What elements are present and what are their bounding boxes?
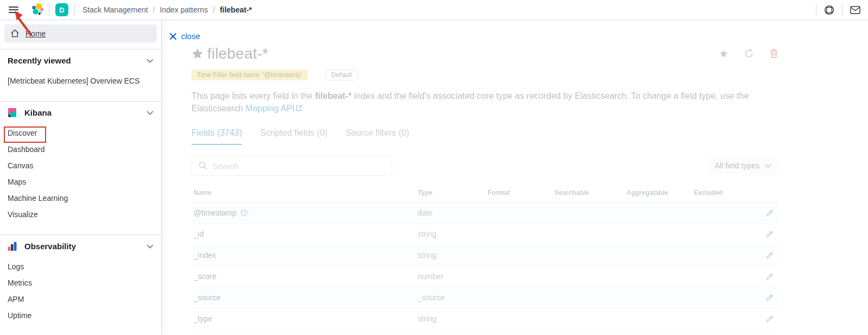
field-type-cell: string	[416, 230, 486, 238]
close-icon	[169, 33, 177, 40]
tab-fields-3743[interactable]: Fields (3743)	[192, 128, 242, 145]
recently-viewed-header[interactable]: Recently viewed	[0, 49, 161, 71]
observability-section-header[interactable]: Observability	[0, 235, 161, 256]
top-navigation-bar: D Stack Management/Index patterns/filebe…	[0, 0, 868, 20]
sidebar-item-metrics[interactable]: Metrics	[0, 275, 161, 291]
sidebar-item-dashboard[interactable]: Dashboard	[0, 141, 161, 157]
row-actions-cell	[765, 294, 778, 302]
breadcrumb-separator: /	[213, 5, 215, 14]
mapping-api-link[interactable]: Mapping API	[246, 104, 295, 113]
edit-field-pencil-icon[interactable]	[765, 273, 774, 281]
field-type-cell: _source	[416, 293, 486, 302]
table-row-id: _idstring	[192, 224, 778, 245]
field-name: @timestamp	[194, 208, 237, 217]
row-actions-cell	[765, 209, 778, 217]
field-name-cell: @timestamp	[192, 208, 416, 217]
column-header-format: Format	[486, 189, 552, 197]
recently-viewed-item[interactable]: [Metricbeat Kubernetes] Overview ECS	[0, 73, 161, 89]
field-name-cell: _score	[192, 272, 416, 281]
column-header-searchable: Searchable	[552, 189, 624, 197]
field-type-filter-value: All field types	[715, 161, 760, 170]
edit-field-pencil-icon[interactable]	[765, 251, 774, 260]
tab-source-filters-0[interactable]: Source filters (0)	[346, 128, 409, 145]
breadcrumb-item-index-patterns[interactable]: Index patterns	[160, 5, 208, 14]
chevron-down-icon	[146, 244, 154, 249]
fields-toolbar: All field types	[192, 155, 778, 176]
breadcrumb-item-stack-management[interactable]: Stack Management	[82, 5, 148, 14]
newsfeed-envelope-icon[interactable]	[843, 0, 868, 20]
kibana-section-header[interactable]: Kibana	[0, 102, 161, 123]
column-header-type: Type	[416, 189, 486, 197]
edit-field-pencil-icon[interactable]	[765, 315, 774, 323]
row-actions-cell	[765, 251, 778, 260]
kibana-logo	[8, 108, 17, 117]
refresh-icon[interactable]	[744, 49, 754, 58]
field-name-cell: _source	[192, 293, 416, 302]
row-actions-cell	[765, 315, 778, 323]
field-name: _score	[194, 272, 216, 281]
chevron-down-icon	[146, 59, 154, 63]
chevron-down-icon	[765, 164, 771, 168]
deployment-badge[interactable]: D	[55, 3, 68, 16]
hamburger-menu-button[interactable]	[0, 0, 27, 20]
sidebar-item-maps[interactable]: Maps	[0, 174, 161, 190]
observability-logo	[8, 242, 17, 251]
searchable-cell	[552, 208, 624, 217]
breadcrumb: Stack Management/Index patterns/filebeat…	[82, 5, 252, 14]
row-actions-cell	[765, 273, 778, 281]
aggregatable-cell	[624, 208, 692, 217]
table-row-score: _scorenumber	[192, 266, 778, 287]
edit-field-pencil-icon[interactable]	[765, 209, 774, 217]
field-type-cell: date	[416, 208, 486, 217]
tab-scripted-fields-0[interactable]: Scripted fields (0)	[260, 128, 328, 145]
table-row-timestamp: @timestampdate	[192, 203, 778, 224]
tab-bar: Fields (3743)Scripted fields (0)Source f…	[192, 128, 778, 145]
column-header-name: Name	[192, 189, 416, 197]
edit-field-pencil-icon[interactable]	[765, 230, 774, 238]
aggregatable-cell	[624, 314, 692, 323]
sidebar-item-home[interactable]: Home	[4, 24, 157, 42]
description-index-name: filebeat-*	[315, 91, 352, 100]
index-pattern-detail: filebeat-*	[162, 20, 778, 330]
title-row: filebeat-*	[192, 45, 778, 62]
search-input[interactable]	[213, 161, 385, 170]
fields-table: NameTypeFormatSearchableAggregatableExcl…	[192, 187, 778, 330]
table-row-source: _source_source	[192, 287, 778, 308]
help-life-ring-icon[interactable]	[816, 0, 842, 20]
time-field-clock-icon	[240, 209, 248, 217]
sidebar-item-visualize[interactable]: Visualize	[0, 206, 161, 223]
field-name: _source	[194, 293, 221, 302]
aggregatable-cell	[624, 251, 692, 260]
time-filter-badge: Time Filter field name: '@timestamp'	[192, 69, 308, 80]
external-link-icon	[296, 102, 302, 115]
column-header-excluded: Excluded	[692, 189, 743, 197]
sidebar-item-logs[interactable]: Logs	[0, 258, 161, 275]
field-name: _type	[194, 314, 212, 323]
edit-field-pencil-icon[interactable]	[765, 294, 774, 302]
observability-items-list: LogsMetricsAPMUptime	[0, 256, 161, 329]
elastic-logo[interactable]	[27, 3, 49, 17]
breadcrumb-separator: /	[153, 5, 155, 14]
breadcrumb-item-filebeat[interactable]: filebeat-*	[220, 5, 252, 14]
sidebar-item-apm[interactable]: APM	[0, 291, 161, 307]
table-row-index: _indexstring	[192, 245, 778, 266]
home-icon	[10, 29, 20, 38]
field-name: _index	[194, 251, 216, 260]
favorite-star-icon[interactable]	[192, 48, 203, 60]
field-type-filter-select[interactable]: All field types	[709, 157, 778, 174]
badge-row: Time Filter field name: '@timestamp' Def…	[192, 69, 778, 80]
star-icon[interactable]	[719, 49, 728, 58]
sidebar-item-discover[interactable]: Discover	[0, 125, 161, 141]
divider	[74, 3, 75, 16]
kibana-items-list: DiscoverDashboardCanvasMapsMachine Learn…	[0, 123, 161, 228]
recently-viewed-list: [Metricbeat Kubernetes] Overview ECS	[0, 71, 161, 94]
trash-icon[interactable]	[770, 49, 778, 58]
field-name-cell: _id	[192, 230, 416, 238]
sidebar-item-canvas[interactable]: Canvas	[0, 157, 161, 174]
fields-table-body: @timestampdate_idstring_indexstring_scor…	[192, 203, 778, 330]
sidebar-item-machine-learning[interactable]: Machine Learning	[0, 190, 161, 206]
navigation-sidebar: Home Recently viewed [Metricbeat Kuberne…	[0, 20, 162, 335]
field-type-cell: number	[416, 272, 486, 281]
close-annotation-button[interactable]: close	[169, 31, 200, 41]
sidebar-item-uptime[interactable]: Uptime	[0, 307, 161, 324]
